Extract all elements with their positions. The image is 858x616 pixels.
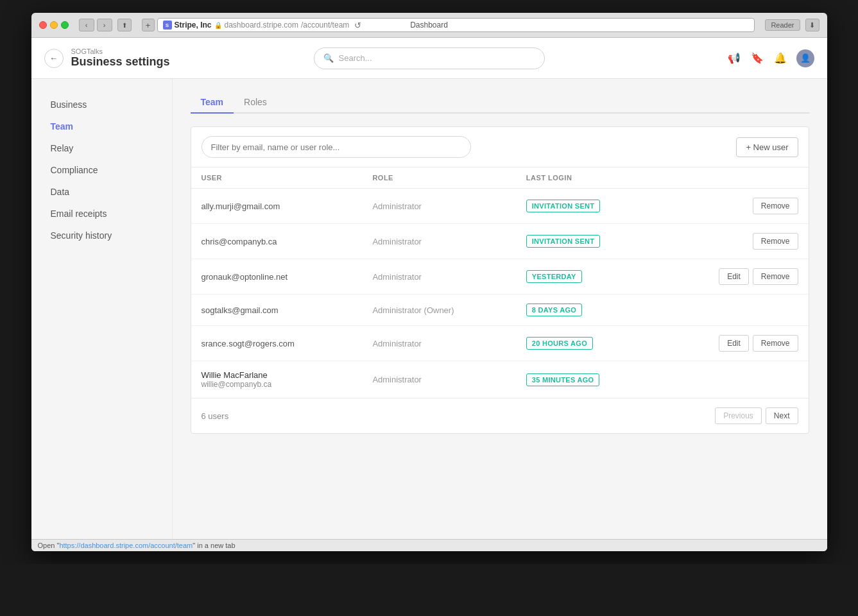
login-badge: 8 DAYS AGO <box>526 304 582 316</box>
sidebar: Business Team Relay Compliance Data Emai… <box>31 79 173 539</box>
cell-actions: EditRemove <box>658 326 809 361</box>
content-area: Team Roles + New user USER <box>173 79 827 539</box>
back-nav-button[interactable]: ‹ <box>79 19 94 31</box>
sidebar-item-business[interactable]: Business <box>44 94 159 115</box>
megaphone-icon[interactable]: 📢 <box>727 51 741 65</box>
minimize-button[interactable] <box>50 21 58 29</box>
browser-titlebar: ‹ › ⬆ + S Stripe, Inc 🔒 dashboard.stripe… <box>31 13 827 38</box>
remove-button[interactable]: Remove <box>753 198 798 214</box>
edit-button[interactable]: Edit <box>719 268 749 285</box>
login-badge: 20 HOURS AGO <box>526 337 593 350</box>
addressbar[interactable]: S Stripe, Inc 🔒 dashboard.stripe.com /ac… <box>157 18 755 32</box>
users-table: USER ROLE LAST LOGIN ally.murji@gmail.co… <box>191 167 809 398</box>
tab-roles[interactable]: Roles <box>234 92 277 114</box>
cell-actions <box>658 295 809 326</box>
bookmark-icon[interactable]: 🔖 <box>750 51 764 65</box>
search-box[interactable]: 🔍 Search... <box>314 47 545 69</box>
browser-window: ‹ › ⬆ + S Stripe, Inc 🔒 dashboard.stripe… <box>31 13 827 551</box>
user-email: ally.murji@gmail.com <box>202 201 280 211</box>
tabs: Team Roles <box>191 92 809 114</box>
pagination: Previous Next <box>715 407 798 424</box>
main-layout: Business Team Relay Compliance Data Emai… <box>31 79 827 539</box>
browser-title: Dashboard <box>410 21 448 30</box>
sidebar-item-data[interactable]: Data <box>44 182 159 202</box>
bell-icon[interactable]: 🔔 <box>773 51 787 65</box>
table-row: ally.murji@gmail.comAdministratorINVITAT… <box>191 189 809 224</box>
tab-team[interactable]: Team <box>191 92 234 114</box>
cell-user: ally.murji@gmail.com <box>191 189 363 224</box>
col-user: USER <box>191 167 363 189</box>
sidebar-item-team[interactable]: Team <box>44 116 159 137</box>
role-text: Administrator <box>372 201 422 211</box>
sidebar-item-compliance[interactable]: Compliance <box>44 160 159 180</box>
cell-user: sogtalks@gmail.com <box>191 295 363 326</box>
next-button[interactable]: Next <box>766 407 798 424</box>
table-row: sogtalks@gmail.comAdministrator (Owner)8… <box>191 295 809 326</box>
remove-button[interactable]: Remove <box>753 268 798 285</box>
close-button[interactable] <box>39 21 47 29</box>
cell-user: Willie MacFarlanewillie@companyb.ca <box>191 361 363 398</box>
cell-user: gronauk@optonline.net <box>191 259 363 295</box>
user-email: srance.sogt@rogers.com <box>202 339 295 348</box>
share-button[interactable]: ⬆ <box>117 19 132 31</box>
business-subtitle: SOGTalks <box>71 47 170 55</box>
url-path: /account/team <box>301 21 349 30</box>
user-email: gronauk@optonline.net <box>202 272 288 282</box>
users-count: 6 users <box>202 411 229 421</box>
cell-role: Administrator <box>362 326 515 361</box>
cell-actions: Remove <box>658 189 809 224</box>
remove-button[interactable]: Remove <box>753 335 798 352</box>
sidebar-item-email-receipts[interactable]: Email receipts <box>44 203 159 224</box>
download-button[interactable]: ⬇ <box>805 19 819 31</box>
addressbar-area: + S Stripe, Inc 🔒 dashboard.stripe.com /… <box>142 18 755 32</box>
cell-user: srance.sogt@rogers.com <box>191 326 363 361</box>
cell-actions: EditRemove <box>658 259 809 295</box>
table-card: + New user USER ROLE LAST LOGIN <box>191 126 809 434</box>
user-name: Willie MacFarlane <box>202 370 352 380</box>
forward-nav-button[interactable]: › <box>97 19 112 31</box>
previous-button[interactable]: Previous <box>715 407 762 424</box>
remove-button[interactable]: Remove <box>753 233 798 250</box>
login-badge: 35 MINUTES AGO <box>526 373 600 386</box>
table-row: gronauk@optonline.netAdministratorYESTER… <box>191 259 809 295</box>
search-placeholder: Search... <box>339 53 372 63</box>
new-tab-button[interactable]: + <box>142 19 155 31</box>
new-user-button[interactable]: + New user <box>736 137 798 157</box>
reload-icon[interactable]: ↺ <box>354 21 361 30</box>
business-title: Business settings <box>71 55 170 69</box>
sidebar-item-security-history[interactable]: Security history <box>44 225 159 246</box>
role-text: Administrator <box>372 272 422 282</box>
table-body: ally.murji@gmail.comAdministratorINVITAT… <box>191 189 809 398</box>
action-buttons: EditRemove <box>669 335 798 352</box>
edit-button[interactable]: Edit <box>719 335 749 352</box>
cell-role: Administrator <box>362 361 515 398</box>
role-text: Administrator <box>372 375 422 384</box>
cell-role: Administrator <box>362 224 515 259</box>
cell-user: chris@companyb.ca <box>191 224 363 259</box>
sidebar-item-relay[interactable]: Relay <box>44 138 159 158</box>
login-badge: INVITATION SENT <box>526 200 601 212</box>
status-text: Open "https://dashboard.stripe.com/accou… <box>38 542 236 549</box>
status-bar: Open "https://dashboard.stripe.com/accou… <box>31 539 827 551</box>
back-to-dashboard-button[interactable]: ← <box>44 49 64 68</box>
table-row: srance.sogt@rogers.comAdministrator20 HO… <box>191 326 809 361</box>
cell-last-login: 8 DAYS AGO <box>516 295 658 326</box>
login-badge: YESTERDAY <box>526 270 582 283</box>
col-actions <box>658 167 809 189</box>
cell-last-login: YESTERDAY <box>516 259 658 295</box>
business-info: SOGTalks Business settings <box>71 47 170 69</box>
table-header: USER ROLE LAST LOGIN <box>191 167 809 189</box>
action-buttons: Remove <box>669 233 798 250</box>
url-domain: dashboard.stripe.com <box>225 21 298 30</box>
reader-button[interactable]: Reader <box>765 19 800 31</box>
cell-actions: Remove <box>658 224 809 259</box>
action-buttons: Remove <box>669 198 798 214</box>
cell-role: Administrator <box>362 189 515 224</box>
filter-input[interactable] <box>202 136 471 158</box>
maximize-button[interactable] <box>61 21 69 29</box>
table-row: chris@companyb.caAdministratorINVITATION… <box>191 224 809 259</box>
user-avatar[interactable]: 👤 <box>796 49 814 67</box>
stripe-favicon: S <box>163 21 172 30</box>
traffic-lights <box>39 21 69 29</box>
cell-actions <box>658 361 809 398</box>
